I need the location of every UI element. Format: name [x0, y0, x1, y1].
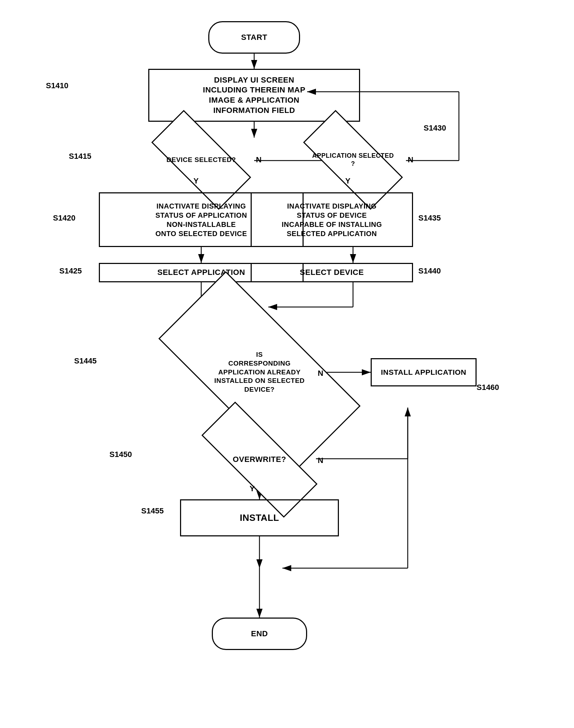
- s1415-label: S1415: [69, 152, 91, 161]
- s1450-text: OVERWRITE?: [233, 455, 286, 465]
- s1430-y: Y: [345, 176, 351, 186]
- start-label: START: [241, 32, 267, 43]
- s1445-text: IS CORRESPONDING APPLICATION ALREADY INS…: [214, 350, 305, 394]
- s1440-text: SELECT DEVICE: [300, 267, 364, 278]
- s1460-text: INSTALL APPLICATION: [381, 367, 466, 377]
- s1430-text: APPLICATION SELECTED ?: [312, 152, 394, 168]
- s1430-n: N: [408, 155, 413, 164]
- s1450-label: S1450: [109, 450, 132, 459]
- s1420-label: S1420: [53, 213, 76, 223]
- s1435-text: INACTIVATE DISPLAYING STATUS OF DEVICE I…: [282, 201, 382, 238]
- s1450-n: N: [318, 456, 323, 465]
- s1415-text: DEVICE SELECTED?: [167, 156, 236, 164]
- end-label: END: [251, 629, 268, 639]
- s1440-label: S1440: [418, 266, 441, 276]
- s1410-text: DISPLAY UI SCREEN INCLUDING THEREIN MAP …: [203, 75, 305, 115]
- s1450-y: Y: [250, 484, 255, 493]
- start-node: START: [208, 21, 300, 54]
- s1455-label: S1455: [141, 506, 164, 516]
- end-node: END: [212, 618, 307, 650]
- s1445-n: N: [318, 369, 323, 378]
- s1445-label: S1445: [74, 356, 97, 366]
- s1435-label: S1435: [418, 213, 441, 223]
- s1430-label: S1430: [424, 124, 446, 133]
- s1440-node: SELECT DEVICE: [251, 263, 413, 282]
- s1425-text: SELECT APPLICATION: [157, 267, 245, 278]
- s1460-node: INSTALL APPLICATION: [371, 358, 477, 386]
- s1415-n: N: [256, 155, 262, 164]
- s1415-y: Y: [193, 176, 199, 186]
- s1435-node: INACTIVATE DISPLAYING STATUS OF DEVICE I…: [251, 192, 413, 247]
- s1455-node: INSTALL: [180, 499, 339, 536]
- s1420-text: INACTIVATE DISPLAYING STATUS OF APPLICAT…: [155, 201, 247, 238]
- s1455-text: INSTALL: [240, 512, 279, 524]
- s1460-label: S1460: [477, 383, 499, 392]
- s1410-label: S1410: [46, 81, 68, 90]
- flowchart: START S1410 DISPLAY UI SCREEN INCLUDING …: [0, 0, 574, 728]
- s1425-label: S1425: [59, 266, 82, 276]
